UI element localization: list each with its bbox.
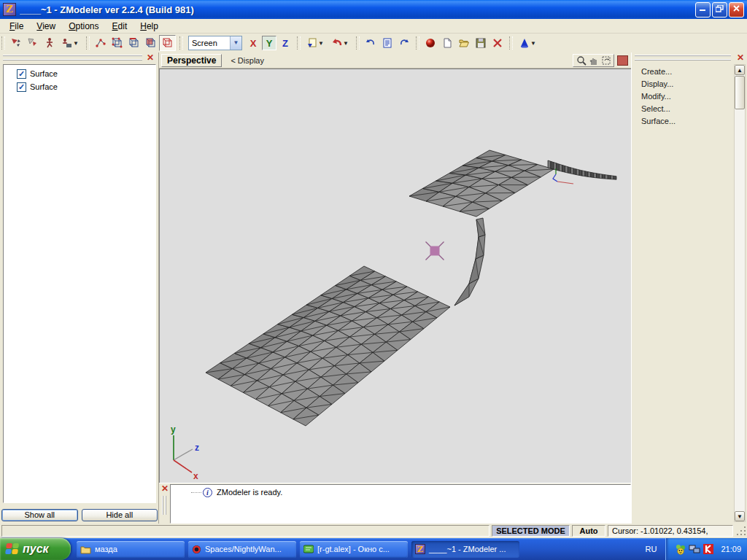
select-area-drop-icon[interactable]: ▼ (58, 35, 82, 51)
language-indicator[interactable]: RU (637, 545, 666, 553)
walk-mode-icon[interactable] (41, 35, 58, 51)
list-item[interactable]: ✓Surface (5, 67, 155, 80)
close-icon (733, 5, 740, 12)
polygons-level-icon[interactable] (142, 35, 159, 51)
minimize-icon (700, 5, 706, 12)
new-file-icon[interactable] (438, 35, 455, 51)
taskbar: пуск маздаSpaces/NightlyWan...[r-gt.alex… (0, 538, 747, 560)
menu-edit[interactable]: Edit (106, 20, 134, 33)
command-display[interactable]: Display... (632, 78, 734, 90)
delete-icon[interactable] (489, 35, 506, 51)
menu-options[interactable]: Options (62, 20, 105, 33)
command-modify[interactable]: Modify... (632, 90, 734, 103)
import-drop-icon[interactable]: ▼ (328, 35, 352, 51)
toolbar-group: ▼ (508, 34, 542, 52)
menu-view[interactable]: View (30, 20, 62, 33)
scene-objects-panel: ✕ ✓Surface✓Surface Show all Hide all (0, 52, 159, 524)
zoom-icon[interactable] (575, 55, 587, 66)
task-button[interactable]: мазда (77, 541, 185, 558)
spline-level-icon[interactable] (92, 35, 109, 51)
start-label: пуск (23, 542, 49, 556)
maximize-viewport-button[interactable] (617, 55, 628, 66)
vertices-level-icon[interactable] (109, 35, 125, 51)
display-menu[interactable]: < Display (231, 56, 264, 65)
icq-tray-icon[interactable] (675, 544, 686, 555)
undo-icon[interactable] (362, 35, 379, 51)
tray-icons (675, 544, 713, 555)
export-drop-icon[interactable]: ▼ (303, 35, 328, 51)
checkbox-checked-icon[interactable]: ✓ (17, 82, 26, 92)
show-all-button[interactable]: Show all (1, 509, 78, 521)
scrollbar-thumb[interactable] (735, 76, 745, 109)
start-button[interactable]: пуск (0, 538, 71, 560)
message-log: i ZModeler is ready. (170, 484, 631, 524)
checkbox-checked-icon[interactable]: ✓ (17, 69, 26, 79)
command-surface[interactable]: Surface... (632, 115, 734, 128)
object-list: ✓Surface✓Surface (3, 64, 156, 503)
hide-all-button[interactable]: Hide all (82, 509, 158, 521)
panel-close-icon[interactable]: ✕ (145, 53, 155, 63)
objects-level-icon[interactable] (159, 35, 176, 51)
message-drag-handle[interactable] (162, 496, 166, 515)
clock: 21:09 (721, 545, 741, 553)
command-create[interactable]: Create... (632, 66, 734, 78)
cursor-coordinates: Cursor: -1.01022, 0.43154, -1.35102 (608, 525, 733, 537)
task-button[interactable]: [r-gt.alex] - Окно с... (300, 541, 408, 558)
scroll-down-icon[interactable]: ▼ (735, 511, 745, 521)
message-close-icon[interactable]: ✕ (160, 484, 170, 494)
folder-icon (80, 545, 91, 554)
scroll-up-icon[interactable]: ▲ (735, 65, 745, 75)
redo-icon[interactable] (395, 35, 412, 51)
viewport-3d[interactable]: yzx (159, 69, 631, 483)
svg-text:z: z (195, 443, 199, 453)
commands-scrollbar[interactable]: ▲ ▼ (734, 64, 746, 522)
list-item[interactable]: ✓Surface (5, 80, 155, 93)
save-file-icon[interactable] (472, 35, 489, 51)
menu-help[interactable]: Help (133, 20, 165, 33)
constrain-axis-y-button[interactable]: Y (262, 36, 276, 50)
edges-level-icon[interactable] (125, 35, 142, 51)
commands-panel: ✕ Create...Display...Modify...Select...S… (631, 52, 747, 524)
task-label: [r-gt.alex] - Окно с... (317, 545, 390, 553)
open-file-icon[interactable] (455, 35, 472, 51)
task-label: ____~1 - ZModeler ... (429, 545, 506, 553)
object-label: Surface (30, 69, 58, 78)
svg-text:x: x (193, 471, 198, 481)
minimize-button[interactable] (695, 2, 711, 18)
task-button[interactable]: Z____~1 - ZModeler ... (411, 541, 519, 558)
close-button[interactable] (729, 2, 744, 18)
toolbar-group (355, 34, 414, 52)
toolbar-group: ▼▼ (295, 34, 355, 52)
screen-mode-combobox[interactable]: Screen▼ (188, 36, 242, 50)
view-mode-button[interactable]: Perspective (161, 54, 222, 67)
constrain-axis-z-button[interactable]: Z (278, 36, 293, 50)
tree-line (191, 492, 201, 493)
select-pick-icon[interactable] (7, 35, 24, 51)
material-editor-icon[interactable] (422, 35, 438, 51)
task-buttons: маздаSpaces/NightlyWan...[r-gt.alex] - О… (77, 541, 519, 558)
panel-drag-handle[interactable] (635, 55, 731, 61)
menu-file[interactable]: File (3, 20, 30, 33)
status-bar: SELECTED MODE Auto Cursor: -1.01022, 0.4… (0, 524, 747, 538)
auto-toggle[interactable]: Auto (572, 525, 605, 537)
network-tray-icon[interactable] (689, 544, 700, 555)
constrain-axis-x-button[interactable]: X (246, 36, 260, 50)
panel-drag-handle[interactable] (3, 55, 142, 61)
command-select[interactable]: Select... (632, 103, 734, 115)
kaspersky-tray-icon[interactable] (703, 544, 713, 555)
restore-button[interactable] (712, 2, 727, 18)
orbit-icon[interactable] (600, 55, 612, 66)
chevron-down-icon[interactable]: ▼ (230, 36, 241, 50)
pan-hand-icon[interactable] (587, 55, 600, 66)
history-log-icon[interactable] (379, 35, 395, 51)
commands-menu: Create...Display...Modify...Select...Sur… (632, 66, 734, 128)
task-button[interactable]: Spaces/NightlyWan... (188, 541, 296, 558)
menu-bar: FileViewOptionsEditHelp (0, 19, 747, 34)
app-icon[interactable]: Z (3, 3, 16, 16)
status-message: ZModeler is ready. (217, 488, 282, 497)
task-label: Spaces/NightlyWan... (205, 545, 282, 553)
resize-grip[interactable] (735, 525, 746, 537)
primitives-drop-icon[interactable]: ▼ (515, 35, 540, 51)
panel-close-icon[interactable]: ✕ (735, 53, 746, 63)
select-paint-icon[interactable] (24, 35, 41, 51)
